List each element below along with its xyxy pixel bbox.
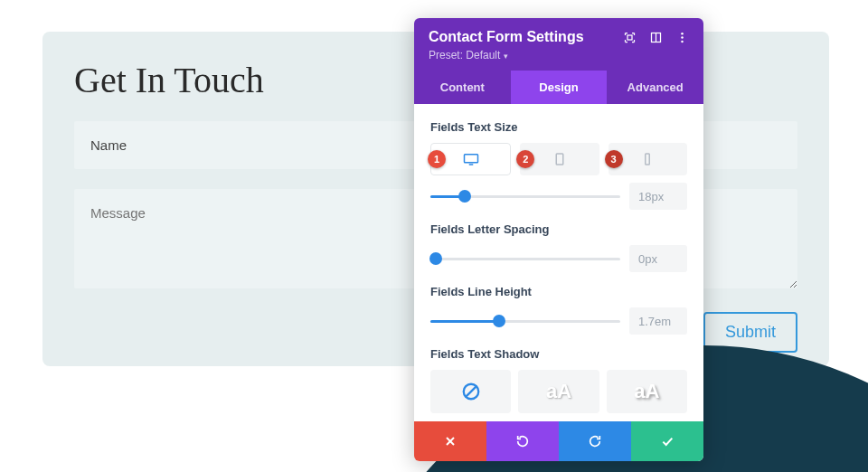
more-icon[interactable]	[675, 31, 689, 48]
letter-spacing-label: Fields Letter Spacing	[430, 222, 687, 236]
svg-rect-6	[464, 155, 477, 163]
line-height-slider[interactable]	[430, 320, 620, 323]
annotation-badge-2: 2	[516, 150, 534, 168]
tab-advanced[interactable]: Advanced	[607, 71, 703, 104]
settings-panel: Contact Form Settings Preset: Default▾ C…	[414, 18, 703, 461]
panel-title: Contact Form Settings	[429, 29, 584, 45]
slider-thumb[interactable]	[493, 315, 505, 327]
device-desktop-button[interactable]: 1	[430, 143, 511, 175]
text-size-value[interactable]: 18px	[629, 183, 687, 210]
tab-content[interactable]: Content	[414, 71, 511, 104]
svg-rect-0	[627, 35, 632, 40]
device-tablet-button[interactable]: 2	[520, 143, 599, 175]
redo-button[interactable]	[559, 421, 631, 461]
text-shadow-label: Fields Text Shadow	[430, 347, 687, 361]
check-icon	[660, 434, 675, 448]
undo-button[interactable]	[486, 421, 559, 461]
device-phone-button[interactable]: 3	[609, 143, 687, 175]
text-shadow-option-1[interactable]: aA	[518, 370, 599, 413]
none-icon	[461, 382, 481, 401]
settings-tabs: Content Design Advanced	[414, 71, 703, 104]
slider-thumb[interactable]	[458, 190, 471, 203]
desktop-icon	[463, 153, 479, 165]
text-size-label: Fields Text Size	[430, 120, 687, 134]
panel-header: Contact Form Settings Preset: Default▾	[414, 18, 703, 71]
expand-icon[interactable]	[623, 31, 637, 48]
letter-spacing-slider[interactable]	[430, 258, 620, 260]
line-height-value[interactable]: 1.7em	[629, 307, 687, 335]
letter-spacing-value[interactable]: 0px	[629, 245, 687, 272]
tablet-icon	[552, 153, 568, 165]
action-bar	[414, 421, 703, 461]
close-icon	[443, 434, 458, 448]
chevron-down-icon: ▾	[504, 52, 508, 61]
undo-icon	[515, 434, 530, 448]
preset-selector[interactable]: Preset: Default▾	[429, 49, 584, 61]
svg-line-11	[465, 386, 476, 398]
annotation-badge-3: 3	[605, 150, 623, 168]
svg-point-4	[681, 36, 684, 39]
text-shadow-none[interactable]	[430, 370, 511, 413]
phone-icon	[639, 153, 656, 165]
annotation-badge-1: 1	[428, 150, 446, 168]
svg-point-3	[681, 33, 684, 35]
save-button[interactable]	[631, 421, 703, 461]
tab-design[interactable]: Design	[511, 71, 608, 104]
panel-body: Fields Text Size 1 2 3 18px Fields Lette…	[414, 104, 703, 421]
svg-rect-8	[556, 154, 563, 165]
cancel-button[interactable]	[414, 421, 486, 461]
redo-icon	[588, 434, 602, 448]
text-size-slider[interactable]	[430, 195, 620, 198]
slider-thumb[interactable]	[429, 252, 442, 265]
line-height-label: Fields Line Height	[430, 285, 687, 298]
layout-icon[interactable]	[649, 31, 663, 48]
svg-rect-9	[646, 154, 650, 165]
text-shadow-option-2[interactable]: aA	[607, 370, 687, 413]
svg-point-5	[681, 41, 684, 43]
